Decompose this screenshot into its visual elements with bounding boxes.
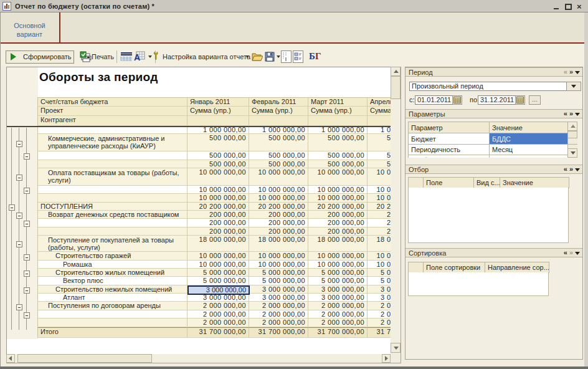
svg-text:А: А xyxy=(134,52,140,62)
